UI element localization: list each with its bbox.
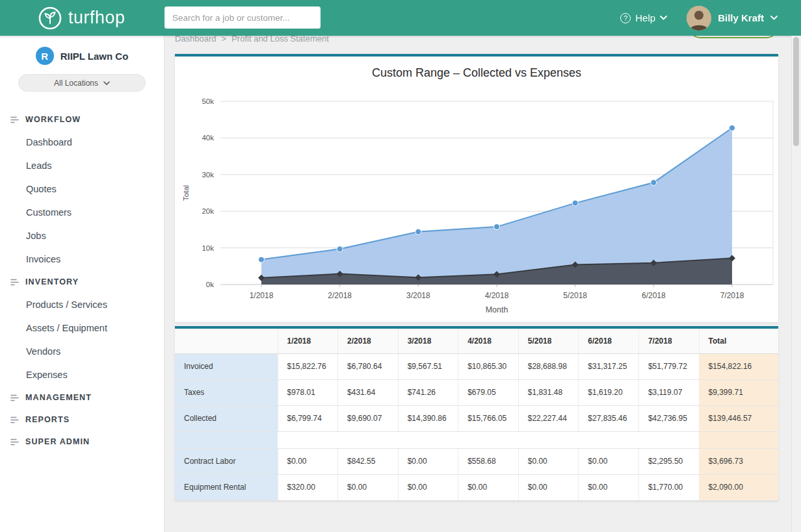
topbar: turfhop ? Help Billy Kraft (0, 0, 801, 36)
table-header-row: 1/20182/20183/20184/20185/20186/20187/20… (175, 329, 778, 353)
table-row: Contract Labor$0.00$842.55$0.00$558.68$0… (175, 448, 778, 474)
sidebar-item-quotes[interactable]: Quotes (0, 177, 164, 201)
cell-value: $3,696.73 (699, 448, 778, 474)
spacer-cell (699, 431, 778, 448)
cell-value: $1,619.20 (579, 379, 639, 405)
pl-table: 1/20182/20183/20184/20185/20186/20187/20… (175, 329, 778, 501)
cell-value: $22,227.44 (518, 405, 579, 431)
help-menu[interactable]: ? Help (620, 12, 667, 23)
cell-value: $1,831.48 (518, 379, 579, 405)
cell-value: $3,119.07 (638, 379, 699, 405)
cell-value: $9,567.51 (398, 353, 458, 379)
cell-value: $978.01 (278, 379, 338, 405)
brand-name: turfhop (68, 8, 125, 28)
data-point (572, 200, 578, 206)
cell-value: $51,779.72 (638, 353, 699, 379)
cell-value: $154,822.16 (699, 353, 778, 379)
chevron-down-icon (770, 16, 778, 20)
chart-card: Custom Range – Collected vs Expenses 0k1… (175, 54, 778, 322)
section-lines-icon (10, 438, 19, 446)
column-header: 4/2018 (458, 329, 519, 353)
column-header (175, 329, 278, 353)
table-row: Taxes$978.01$431.64$741.26$679.05$1,831.… (175, 379, 778, 405)
row-label: Invoiced (175, 353, 278, 379)
section-label: WORKFLOW (25, 115, 81, 124)
pl-chart: 0k10k20k30k40k50k1/20182/20183/20184/201… (175, 82, 778, 321)
sidebar-section-super-admin[interactable]: SUPER ADMIN (0, 431, 164, 453)
cell-value: $0.00 (518, 474, 579, 500)
data-point (337, 246, 343, 252)
cell-value: $15,766.05 (458, 405, 519, 431)
sidebar-item-vendors[interactable]: Vendors (0, 340, 164, 363)
turfhop-logo-icon (38, 6, 62, 31)
y-tick-label: 30k (202, 171, 214, 179)
section-label: SUPER ADMIN (25, 437, 90, 446)
cell-value: $0.00 (398, 474, 458, 500)
column-header: Total (699, 329, 778, 353)
avatar (687, 6, 711, 31)
section-lines-icon (10, 394, 19, 401)
app-logo[interactable]: turfhop (38, 0, 125, 36)
spacer-cell (458, 431, 519, 448)
sidebar-item-expenses[interactable]: Expenses (0, 363, 164, 386)
cell-value: $139,446.57 (699, 405, 778, 431)
y-tick-label: 50k (202, 97, 214, 105)
spacer-cell (579, 431, 639, 448)
x-tick-label: 5/2018 (563, 291, 587, 300)
company-name: RIIPL Lawn Co (60, 51, 129, 62)
x-tick-label: 1/2018 (250, 291, 274, 300)
column-header: 2/2018 (338, 329, 399, 353)
company-selector: R RIIPL Lawn Co (0, 47, 164, 65)
cell-value: $0.00 (579, 474, 639, 500)
y-tick-label: 10k (202, 244, 214, 252)
sidebar-item-assets-equipment[interactable]: Assets / Equipment (0, 316, 164, 340)
sidebar-section-reports[interactable]: REPORTS (0, 409, 164, 431)
series-area-collected (261, 128, 732, 285)
cell-value: $558.68 (458, 448, 519, 474)
cell-value: $10,865.30 (458, 353, 519, 379)
pl-table-card: 1/20182/20183/20184/20185/20186/20187/20… (175, 326, 778, 501)
y-tick-label: 20k (202, 207, 214, 215)
row-label: Equipment Rental (175, 474, 278, 500)
cell-value: $320.00 (278, 474, 338, 500)
table-row: Equipment Rental$320.00$0.00$0.00$0.00$0… (175, 474, 778, 500)
sidebar-item-invoices[interactable]: Invoices (0, 247, 164, 271)
help-icon: ? (620, 13, 631, 23)
table-row: Collected$6,799.74$9,690.07$14,390.86$15… (175, 405, 778, 431)
cell-value: $6,780.64 (338, 353, 399, 379)
cell-value: $431.64 (338, 379, 399, 405)
sidebar-item-products-services[interactable]: Products / Services (0, 293, 164, 316)
cell-value: $2,295.50 (638, 448, 699, 474)
row-label: Collected (175, 405, 278, 431)
cell-value: $842.55 (338, 448, 399, 474)
cell-value: $679.05 (458, 379, 519, 405)
cell-value: $28,688.98 (518, 353, 579, 379)
cell-value: $15,822.76 (278, 353, 338, 379)
cell-value: $6,799.74 (278, 405, 338, 431)
row-label: Contract Labor (175, 448, 278, 474)
sidebar-section-management[interactable]: MANAGEMENT (0, 386, 164, 409)
sidebar-item-jobs[interactable]: Jobs (0, 224, 164, 247)
sidebar-item-dashboard[interactable]: Dashboard (0, 131, 164, 154)
scrollbar-thumb[interactable] (793, 37, 799, 146)
cell-value: $0.00 (278, 448, 338, 474)
section-label: MANAGEMENT (25, 393, 92, 402)
column-header: 7/2018 (638, 329, 699, 353)
user-menu[interactable]: Billy Kraft (687, 6, 778, 31)
cell-value: $9,690.07 (338, 405, 399, 431)
data-point (415, 229, 421, 234)
x-tick-label: 6/2018 (642, 291, 666, 300)
cell-value: $42,736.95 (638, 405, 699, 431)
data-point (651, 180, 657, 186)
sidebar-item-customers[interactable]: Customers (0, 201, 164, 224)
section-lines-icon (10, 416, 19, 424)
location-selector[interactable]: All Locations (18, 74, 146, 92)
sidebar-item-leads[interactable]: Leads (0, 154, 164, 177)
sidebar-section-inventory[interactable]: INVENTORY (0, 271, 164, 293)
section-lines-icon (10, 279, 19, 286)
section-label: REPORTS (25, 415, 70, 424)
chevron-down-icon (660, 16, 667, 20)
cell-value: $14,390.86 (398, 405, 458, 431)
search-input[interactable] (164, 6, 321, 29)
sidebar-section-workflow[interactable]: WORKFLOW (0, 108, 164, 131)
